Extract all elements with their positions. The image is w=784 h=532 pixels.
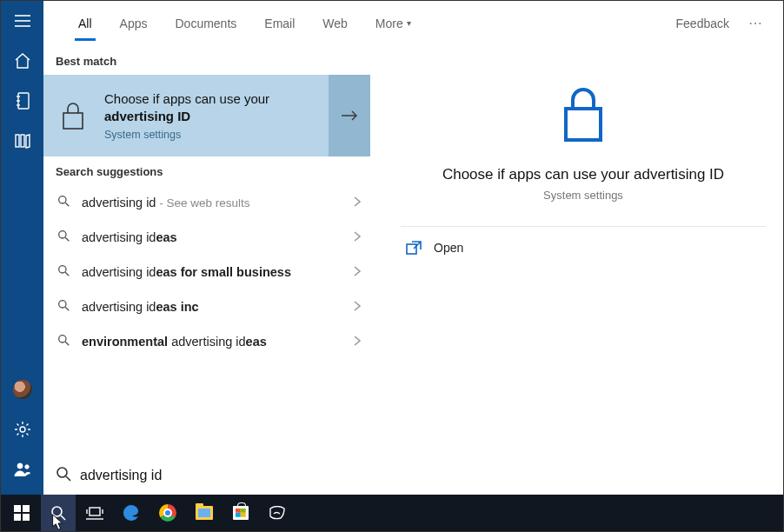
hamburger-icon[interactable]	[1, 1, 43, 41]
search-icon	[56, 229, 71, 245]
search-icon	[56, 195, 71, 210]
chevron-right-icon	[353, 335, 362, 349]
svg-rect-28	[14, 505, 21, 512]
suggestion-text: advertising ideas for small business	[82, 265, 342, 279]
tab-documents[interactable]: Documents	[161, 1, 250, 46]
suggestion-text: advertising ideas	[82, 230, 342, 244]
suggestion-row[interactable]: advertising ideas for small business	[43, 255, 370, 289]
suggestion-text: advertising ideas inc	[82, 300, 342, 314]
svg-line-19	[65, 272, 69, 276]
svg-point-18	[58, 266, 65, 273]
svg-rect-12	[63, 113, 83, 129]
edge-icon[interactable]	[114, 495, 149, 531]
preview-title: Choose if apps can use your advertising …	[416, 166, 750, 183]
tab-email[interactable]: Email	[250, 1, 309, 46]
svg-point-22	[58, 336, 65, 342]
library-icon[interactable]	[1, 121, 43, 161]
svg-rect-31	[23, 514, 30, 521]
chevron-right-icon	[353, 300, 362, 315]
svg-rect-30	[14, 514, 21, 521]
people-icon[interactable]	[1, 449, 43, 489]
best-match-title: Choose if apps can use your advertising …	[104, 90, 269, 126]
tab-more[interactable]: More▾	[362, 1, 425, 46]
open-icon	[406, 241, 422, 255]
store-icon[interactable]	[223, 495, 258, 531]
suggestion-row[interactable]: environmental advertising ideas	[43, 324, 370, 359]
svg-rect-8	[21, 135, 24, 147]
results-column: Best match Choose if apps can use your a…	[43, 46, 370, 455]
chrome-icon[interactable]	[150, 495, 185, 531]
svg-point-26	[57, 468, 67, 477]
home-icon[interactable]	[1, 41, 43, 81]
preview-subtitle: System settings	[543, 189, 623, 202]
svg-point-10	[17, 463, 23, 469]
file-explorer-icon[interactable]	[187, 495, 222, 531]
search-input[interactable]	[80, 468, 771, 483]
svg-point-9	[20, 427, 25, 432]
svg-point-11	[24, 465, 28, 469]
search-icon	[56, 334, 71, 349]
svg-rect-24	[566, 109, 601, 140]
tab-web[interactable]: Web	[309, 1, 362, 46]
suggestion-row[interactable]: advertising id - See web results	[43, 185, 370, 220]
gear-icon[interactable]	[1, 409, 43, 449]
tab-apps[interactable]: Apps	[106, 1, 162, 46]
taskview-button[interactable]	[77, 495, 112, 531]
search-bar	[43, 455, 783, 495]
preview-pane: Choose if apps can use your advertising …	[383, 46, 783, 455]
start-button[interactable]	[4, 495, 39, 531]
svg-line-27	[66, 476, 70, 481]
svg-line-15	[65, 203, 69, 206]
chevron-down-icon: ▾	[407, 18, 411, 28]
more-options-icon[interactable]: ⋯	[740, 15, 773, 31]
chevron-right-icon	[353, 265, 362, 280]
open-action[interactable]: Open	[383, 227, 783, 269]
svg-point-32	[52, 507, 62, 516]
best-match-subtitle: System settings	[104, 129, 269, 141]
lock-icon	[557, 83, 609, 149]
svg-rect-7	[16, 135, 19, 147]
svg-point-14	[58, 196, 65, 203]
svg-line-17	[65, 237, 69, 241]
search-tabs: All Apps Documents Email Web More▾ Feedb…	[43, 1, 783, 46]
suggestion-text: advertising id - See web results	[82, 196, 342, 209]
avatar[interactable]	[1, 369, 43, 409]
svg-rect-34	[90, 508, 100, 515]
search-icon	[56, 264, 71, 280]
notebook-icon[interactable]	[1, 81, 43, 121]
left-rail	[1, 1, 43, 495]
svg-rect-25	[407, 244, 416, 254]
chevron-right-icon	[353, 230, 362, 245]
svg-line-33	[61, 515, 65, 520]
tab-all[interactable]: All	[64, 1, 106, 46]
suggestion-row[interactable]: advertising ideas inc	[43, 289, 370, 324]
search-icon	[56, 299, 71, 315]
expand-arrow-button[interactable]	[329, 75, 370, 156]
search-icon	[56, 466, 71, 485]
taskbar-search-button[interactable]	[41, 495, 76, 531]
svg-line-21	[65, 307, 69, 310]
best-match-result[interactable]: Choose if apps can use your advertising …	[43, 75, 370, 156]
feedback-link[interactable]: Feedback	[666, 17, 740, 30]
svg-line-23	[65, 342, 69, 345]
lock-icon	[56, 98, 90, 133]
suggestion-row[interactable]: advertising ideas	[43, 220, 370, 255]
best-match-label: Best match	[43, 46, 370, 75]
svg-rect-29	[23, 505, 30, 512]
taskbar	[1, 495, 783, 531]
suggestions-label: Search suggestions	[43, 156, 370, 185]
svg-point-20	[58, 301, 65, 308]
suggestion-text: environmental advertising ideas	[82, 335, 342, 349]
whiteboard-icon[interactable]	[260, 495, 295, 531]
chevron-right-icon	[353, 196, 362, 210]
svg-point-16	[58, 231, 65, 238]
open-label: Open	[434, 241, 463, 255]
